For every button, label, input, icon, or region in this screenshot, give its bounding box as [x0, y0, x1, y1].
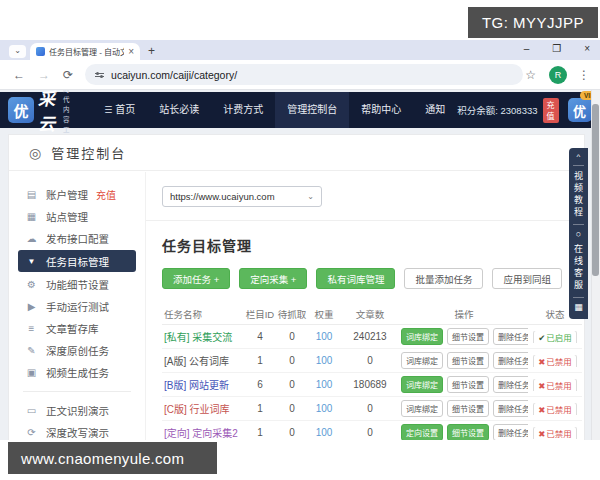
row-actions: 词库绑定 细节设置 删除任务 [400, 400, 528, 417]
detail-settings-button[interactable]: 细节设置 [447, 352, 489, 369]
sidebar-item-feature-detail-settings[interactable]: ⚙ 功能细节设置 [9, 274, 145, 295]
browser-profile-avatar[interactable]: R [549, 66, 567, 84]
nav-item-webmaster-guide[interactable]: 站长必读 [147, 92, 211, 128]
table-row: [A版] 公有词库 1 0 100 0 词库绑定 细节设置 删除任务 ✖已禁用 [162, 349, 582, 373]
video-camera-icon: ▣ [25, 367, 38, 378]
back-icon[interactable]: ← [13, 68, 25, 82]
delete-task-button[interactable]: 删除任务 [493, 352, 528, 369]
sidebar-item-content-recognition-demo[interactable]: ▭ 正文识别演示 [9, 400, 145, 421]
targeted-collection-button[interactable]: 定向采集 + [239, 268, 307, 289]
task-name-link[interactable]: [B版] 网站更新 [162, 377, 244, 392]
detail-settings-button[interactable]: 细节设置 [447, 424, 489, 440]
sidebar-item-article-staging[interactable]: ≡ 文章暂存库 [9, 318, 145, 339]
tab-favicon-icon [36, 47, 45, 56]
pending-count: 0 [276, 379, 308, 390]
delete-task-button[interactable]: 删除任务 [493, 376, 528, 393]
table-row: [私有] 采集交流 4 0 100 240213 词库绑定 细节设置 删除任务 … [162, 325, 582, 349]
task-name-link[interactable]: [定向] 定向采集2 [162, 425, 244, 440]
edit-icon: ✎ [25, 345, 38, 356]
detail-settings-button[interactable]: 细节设置 [447, 328, 489, 345]
qr-code-icon[interactable]: ▦ [574, 303, 583, 312]
status-badge[interactable]: ✖已禁用 [533, 355, 577, 367]
scrollbar-thumb[interactable] [592, 104, 599, 276]
menu-lines-icon: ☰ [104, 105, 112, 115]
restore-button[interactable]: ❐ [552, 43, 561, 54]
status-badge[interactable]: ✖已禁用 [533, 379, 577, 391]
apply-to-group-button[interactable]: 应用到同组 [492, 268, 562, 289]
site-settings-icon[interactable] [95, 73, 104, 77]
sidebar-item-site-management[interactable]: ▦ 站点管理 [9, 206, 145, 227]
nav-item-home[interactable]: ☰首页 [92, 92, 147, 128]
lexicon-bind-button[interactable]: 词库绑定 [401, 352, 443, 369]
status-badge[interactable]: ✔已启用 [533, 331, 577, 343]
batch-add-tasks-button[interactable]: 批量添加任务 [404, 268, 483, 289]
collapse-chevron-icon[interactable]: ^ [577, 154, 581, 160]
bookmark-star-icon[interactable]: ☆ [525, 68, 536, 82]
tab-close-icon[interactable]: × [128, 47, 134, 57]
task-name-link[interactable]: [私有] 采集交流 [162, 329, 244, 344]
weight-value[interactable]: 100 [308, 403, 340, 414]
status-badge[interactable]: ✖已禁用 [533, 403, 577, 415]
delete-task-button[interactable]: 删除任务 [493, 400, 528, 417]
browser-menu-dots-icon[interactable]: ⋮ [578, 68, 590, 82]
column-id: 4 [244, 331, 276, 342]
column-id: 6 [244, 379, 276, 390]
sidebar-item-deep-original-task[interactable]: ✎ 深度原创任务 [9, 340, 145, 361]
detail-settings-button[interactable]: 细节设置 [447, 376, 489, 393]
sidebar-item-manual-run-test[interactable]: ▶ 手动运行测试 [9, 296, 145, 317]
lexicon-bind-button[interactable]: 词库绑定 [401, 376, 443, 393]
reload-icon[interactable]: ⟳ [63, 68, 73, 82]
sidebar-recharge-badge[interactable]: 充值 [96, 187, 116, 202]
delete-task-button[interactable]: 删除任务 [493, 328, 528, 345]
nav-item-help-center[interactable]: 帮助中心 [349, 92, 413, 128]
sidebar-item-publish-api-config[interactable]: ☁ 发布接口配置 [9, 228, 145, 249]
console-title: 管理控制台 [51, 143, 126, 162]
domain-select[interactable]: https://www.ucaiyun.com ⌄ [162, 186, 322, 207]
table-header: 任务名称 栏目ID 待抓取 权重 文章数 操作 状态 [162, 304, 582, 325]
video-tutorial-link[interactable]: 视频教程 [572, 171, 585, 219]
weight-value[interactable]: 100 [308, 331, 340, 342]
lexicon-bind-button[interactable]: 词库绑定 [401, 400, 443, 417]
monitor-icon: ▭ [25, 405, 38, 416]
sidebar-item-task-target-management[interactable]: ▼ 任务目标管理 [18, 250, 136, 272]
recharge-badge[interactable]: 充值 [543, 98, 559, 123]
console-header: ◎ 管理控制台 [9, 135, 584, 171]
database-icon: ≡ [25, 323, 38, 334]
address-bar[interactable]: ucaiyun.com/caiji/category/ [85, 64, 523, 85]
weight-value[interactable]: 100 [308, 355, 340, 366]
user-avatar[interactable]: 优VIP [568, 98, 592, 122]
toolbar: 添加任务 + 定向采集 + 私有词库管理 批量添加任务 应用到同组 [162, 268, 570, 289]
detail-settings-button[interactable]: 细节设置 [447, 400, 489, 417]
delete-task-button[interactable]: 删除任务 [493, 424, 528, 440]
scrollbar-track[interactable] [591, 90, 600, 440]
section-divider [146, 220, 570, 221]
online-service-link[interactable]: 在线客服 [572, 244, 585, 292]
new-tab-button[interactable]: + [148, 44, 155, 58]
nav-item-admin-console[interactable]: 管理控制台 [275, 92, 349, 128]
tab-search-chevron-icon[interactable]: ⌄ [9, 45, 26, 58]
table-row: [C版] 行业词库 1 0 100 0 词库绑定 细节设置 删除任务 ✖已禁用 [162, 397, 582, 421]
targeted-settings-button[interactable]: 定向设置 [401, 424, 443, 440]
sidebar-item-deep-rewrite-demo[interactable]: ⟳ 深度改写演示 [9, 422, 145, 440]
points-balance: 积分余额: 2308333 [457, 103, 537, 117]
weight-value[interactable]: 100 [308, 379, 340, 390]
close-button[interactable]: × [584, 43, 590, 54]
watermark-overlay: www.cnaomenyule.com [8, 442, 217, 474]
chevron-down-icon: ⌄ [307, 192, 314, 201]
row-actions: 词库绑定 细节设置 删除任务 [400, 352, 528, 369]
minimize-button[interactable]: – [524, 43, 530, 54]
add-task-button[interactable]: 添加任务 + [162, 268, 230, 289]
site-logo-icon[interactable]: 优 [8, 97, 34, 123]
gear-icon: ⚙ [25, 279, 38, 290]
sidebar-item-account-management[interactable]: ▤ 账户管理 充值 [9, 184, 145, 205]
lexicon-bind-button[interactable]: 词库绑定 [401, 328, 443, 345]
nav-item-notifications[interactable]: 通知 [413, 92, 457, 128]
browser-tab[interactable]: 任务目标管理 - 自动文章采集 × [30, 43, 140, 60]
nav-item-pricing[interactable]: 计费方式 [211, 92, 275, 128]
sidebar-item-video-generation-task[interactable]: ▣ 视频生成任务 [9, 362, 145, 383]
task-name-link[interactable]: [C版] 行业词库 [162, 401, 244, 416]
weight-value[interactable]: 100 [308, 427, 340, 438]
task-name-link[interactable]: [A版] 公有词库 [162, 353, 244, 368]
status-badge[interactable]: ✖已禁用 [533, 427, 577, 439]
private-lexicon-button[interactable]: 私有词库管理 [316, 268, 395, 289]
